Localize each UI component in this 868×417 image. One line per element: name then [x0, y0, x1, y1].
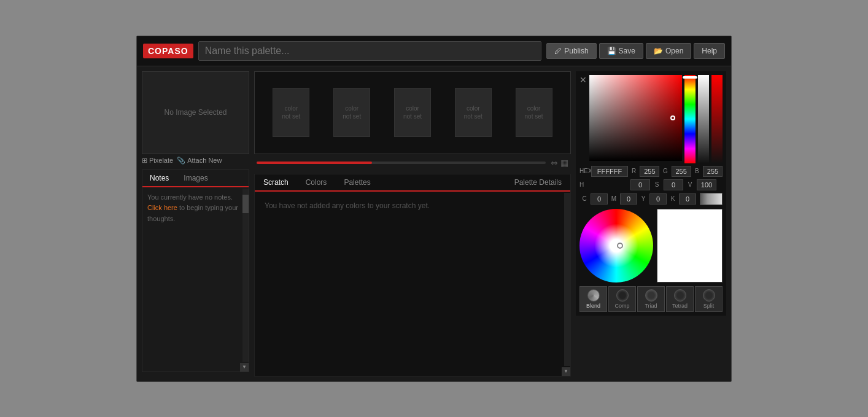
- publish-button[interactable]: 🖊 Publish: [546, 43, 596, 59]
- tetrad-icon: [674, 289, 686, 302]
- notes-section: Notes Images You currently have no notes…: [142, 170, 249, 372]
- harmony-triad-button[interactable]: Triad: [637, 286, 665, 312]
- left-panel: No Image Selected ⊞ Pixelate 📎 Attach Ne…: [142, 71, 249, 376]
- swatch-item-1[interactable]: color not set: [273, 88, 309, 137]
- image-area: No Image Selected: [142, 71, 249, 154]
- hsv-row: H S V: [579, 179, 723, 190]
- harmony-blend-button[interactable]: Blend: [579, 286, 607, 312]
- tab-images[interactable]: Images: [176, 170, 215, 186]
- save-icon: 💾: [607, 47, 616, 55]
- open-icon: 📂: [654, 47, 663, 55]
- hue-cursor: [683, 76, 697, 79]
- tab-notes[interactable]: Notes: [142, 170, 176, 187]
- logo: COPASO: [143, 44, 193, 58]
- harmony-comp-button[interactable]: Comp: [608, 286, 636, 312]
- scratch-scroll-down[interactable]: ▼: [562, 367, 570, 376]
- wheel-cursor: [617, 243, 623, 249]
- grey-swatch: [700, 193, 723, 205]
- tab-colors[interactable]: Colors: [297, 174, 336, 190]
- scratch-scrollbar[interactable]: [564, 193, 570, 366]
- tab-scratch[interactable]: Scratch: [255, 174, 297, 192]
- scratch-tabs: Scratch Colors Palettes Palette Details: [255, 174, 570, 192]
- r-label: R: [630, 168, 638, 174]
- scratch-section: Scratch Colors Palettes Palette Details …: [254, 174, 571, 376]
- open-button[interactable]: 📂 Open: [646, 43, 691, 59]
- notes-click-here-link[interactable]: Click here: [147, 204, 177, 211]
- hue-slider[interactable]: [684, 75, 696, 163]
- m-input[interactable]: [620, 193, 637, 205]
- h-input[interactable]: [630, 179, 650, 190]
- hex-label: HEX: [579, 168, 589, 174]
- attach-new-button[interactable]: 📎 Attach New: [177, 157, 222, 165]
- alpha-slider[interactable]: [698, 75, 709, 163]
- arrows-icon: ⇔: [551, 158, 558, 168]
- palette-name-input[interactable]: [198, 41, 542, 61]
- triad-icon: [645, 289, 657, 302]
- header-buttons: 🖊 Publish 💾 Save 📂 Open Help: [546, 43, 725, 59]
- blend-icon: [587, 289, 600, 302]
- strip-progress: [257, 162, 546, 164]
- notes-header: Notes Images: [142, 170, 249, 187]
- opacity-slider[interactable]: [711, 75, 723, 163]
- y-input[interactable]: [649, 193, 667, 205]
- cmyk-row: C M Y K: [579, 193, 723, 205]
- publish-icon: 🖊: [554, 47, 562, 55]
- swatch-box-3[interactable]: color not set: [394, 88, 431, 137]
- hex-input[interactable]: [591, 166, 628, 177]
- k-label: K: [668, 195, 678, 202]
- v-input[interactable]: [697, 179, 716, 190]
- color-wheel-inner: [594, 224, 638, 268]
- harmony-tetrad-button[interactable]: Tetrad: [666, 286, 694, 312]
- tab-palettes[interactable]: Palettes: [335, 174, 379, 190]
- notes-scroll-down[interactable]: ▼: [240, 363, 249, 372]
- save-button[interactable]: 💾 Save: [599, 43, 643, 59]
- m-label: M: [609, 195, 619, 202]
- image-actions: ⊞ Pixelate 📎 Attach New: [142, 157, 249, 165]
- b-input[interactable]: [703, 166, 723, 177]
- right-panel: ✕: [576, 71, 726, 376]
- k-input[interactable]: [679, 193, 696, 205]
- g-label: G: [661, 168, 669, 174]
- help-button[interactable]: Help: [694, 43, 725, 59]
- s-input[interactable]: [664, 179, 683, 190]
- swatch-item-4[interactable]: color not set: [455, 88, 492, 137]
- hex-row: HEX R G B: [579, 166, 723, 177]
- color-gradient[interactable]: [589, 75, 682, 161]
- v-label: V: [685, 181, 695, 188]
- notes-scrollbar[interactable]: [242, 189, 249, 362]
- header: COPASO 🖊 Publish 💾 Save 📂 Open Help: [137, 36, 731, 66]
- close-icon[interactable]: ✕: [579, 75, 587, 163]
- r-input[interactable]: [640, 166, 659, 177]
- main-content: No Image Selected ⊞ Pixelate 📎 Attach Ne…: [137, 66, 731, 381]
- swatch-item-5[interactable]: color not set: [516, 88, 552, 137]
- swatches-strip-bottom: ⇔ ▦: [254, 157, 571, 169]
- s-label: S: [652, 181, 662, 188]
- color-result: [657, 209, 723, 283]
- palette-details-link[interactable]: Palette Details: [506, 174, 570, 190]
- y-label: Y: [638, 195, 648, 202]
- swatch-box-5[interactable]: color not set: [516, 88, 552, 137]
- swatch-box-1[interactable]: color not set: [273, 88, 309, 137]
- notes-body: You currently have no notes. Click here …: [142, 187, 249, 230]
- g-input[interactable]: [672, 166, 691, 177]
- notes-text: You currently have no notes. Click here …: [147, 193, 238, 222]
- swatch-box-4[interactable]: color not set: [455, 88, 492, 137]
- comp-icon: [616, 289, 629, 302]
- strip-progress-fill: [257, 162, 372, 164]
- color-wheel[interactable]: [579, 209, 653, 283]
- harmony-split-button[interactable]: Split: [695, 286, 723, 312]
- c-label: C: [579, 195, 589, 202]
- no-image-label: No Image Selected: [164, 108, 227, 117]
- gradient-cursor: [670, 115, 675, 120]
- strip-icons: ⇔ ▦: [551, 158, 568, 168]
- notes-scrollbar-thumb: [242, 195, 249, 213]
- color-wheel-section: [579, 209, 723, 283]
- h-label: H: [579, 181, 616, 188]
- center-panel: color not set color not set color: [254, 71, 571, 376]
- split-icon: [703, 289, 715, 302]
- c-input[interactable]: [591, 193, 608, 205]
- swatch-item-2[interactable]: color not set: [333, 88, 370, 137]
- swatch-item-3[interactable]: color not set: [394, 88, 431, 137]
- pixelate-button[interactable]: ⊞ Pixelate: [142, 157, 173, 165]
- swatch-box-2[interactable]: color not set: [333, 88, 370, 137]
